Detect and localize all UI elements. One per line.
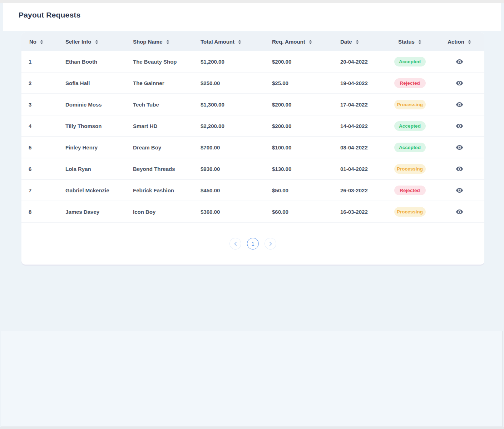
column-header-label: Seller Info xyxy=(65,39,92,45)
cell-req: $50.00 xyxy=(267,180,337,201)
table-header-row: NoSeller InfoShop NameTotal AmountReq. A… xyxy=(21,32,484,51)
column-header-req[interactable]: Req. Amount xyxy=(267,32,337,51)
payout-requests-table: NoSeller InfoShop NameTotal AmountReq. A… xyxy=(21,32,484,223)
eye-icon xyxy=(456,58,463,65)
sort-arrows-icon xyxy=(40,40,43,44)
column-header-action[interactable]: Action xyxy=(435,32,484,51)
view-button[interactable] xyxy=(454,142,465,153)
cell-date: 01-04-2022 xyxy=(337,158,385,180)
cell-total: $700.00 xyxy=(196,137,267,158)
cell-shop: Smart HD xyxy=(129,115,196,137)
column-header-status[interactable]: Status xyxy=(385,32,435,51)
cell-action xyxy=(435,201,484,223)
cell-status: Accepted xyxy=(385,51,435,73)
eye-icon xyxy=(456,208,463,216)
cell-date: 19-04-2022 xyxy=(337,73,385,94)
table-row: 8James DaveyIcon Boy$360.00$60.0016-03-2… xyxy=(21,201,484,223)
eye-icon xyxy=(456,187,463,194)
cell-req: $200.00 xyxy=(267,94,337,115)
cell-action xyxy=(435,51,484,73)
view-button[interactable] xyxy=(454,207,465,217)
cell-req: $25.00 xyxy=(267,73,337,94)
view-button[interactable] xyxy=(454,121,465,131)
cell-status: Accepted xyxy=(385,115,435,137)
column-header-date[interactable]: Date xyxy=(337,32,385,51)
cell-no: 2 xyxy=(21,73,61,94)
column-header-total[interactable]: Total Amount xyxy=(196,32,267,51)
column-header-label: No xyxy=(29,39,36,45)
cell-seller: Lola Ryan xyxy=(61,158,129,180)
view-button[interactable] xyxy=(454,99,465,110)
sort-arrows-icon xyxy=(95,40,98,44)
cell-req: $200.00 xyxy=(267,115,337,137)
pagination-page-button[interactable]: 1 xyxy=(247,238,259,250)
cell-status: Accepted xyxy=(385,137,435,158)
cell-action xyxy=(435,115,484,137)
cell-total: $250.00 xyxy=(196,73,267,94)
table-row: 1Ethan BoothThe Beauty Shop$1,200.00$200… xyxy=(21,51,484,73)
column-header-shop[interactable]: Shop Name xyxy=(129,32,196,51)
cell-action xyxy=(435,158,484,180)
sort-arrows-icon xyxy=(238,40,241,44)
cell-req: $130.00 xyxy=(267,158,337,180)
cell-shop: Febrick Fashion xyxy=(129,180,196,201)
status-badge: Accepted xyxy=(394,57,426,66)
cell-date: 20-04-2022 xyxy=(337,51,385,73)
cell-total: $1,200.00 xyxy=(196,51,267,73)
cell-no: 6 xyxy=(21,158,61,180)
view-button[interactable] xyxy=(454,56,465,67)
eye-icon xyxy=(456,79,463,87)
top-strip xyxy=(0,0,504,3)
cell-date: 08-04-2022 xyxy=(337,137,385,158)
column-header-label: Total Amount xyxy=(201,39,234,45)
view-button[interactable] xyxy=(454,185,465,196)
status-badge: Accepted xyxy=(394,121,426,131)
column-header-label: Req. Amount xyxy=(272,39,305,45)
cell-action xyxy=(435,73,484,94)
status-badge: Accepted xyxy=(394,143,426,152)
cell-no: 8 xyxy=(21,201,61,223)
table-row: 4Tilly ThomsonSmart HD$2,200.00$200.0014… xyxy=(21,115,484,137)
cell-seller: Dominic Moss xyxy=(61,94,129,115)
cell-shop: Icon Boy xyxy=(129,201,196,223)
cell-total: $450.00 xyxy=(196,180,267,201)
chevron-left-icon xyxy=(234,242,237,246)
cell-shop: The Beauty Shop xyxy=(129,51,196,73)
column-header-label: Shop Name xyxy=(133,39,163,45)
cell-shop: Tech Tube xyxy=(129,94,196,115)
bottom-strip xyxy=(0,427,504,429)
column-header-label: Status xyxy=(398,39,415,45)
cell-seller: Ethan Booth xyxy=(61,51,129,73)
cell-date: 16-03-2022 xyxy=(337,201,385,223)
column-header-seller[interactable]: Seller Info xyxy=(61,32,129,51)
cell-no: 7 xyxy=(21,180,61,201)
cell-status: Rejected xyxy=(385,180,435,201)
cell-status: Processing xyxy=(385,201,435,223)
cell-total: $1,300.00 xyxy=(196,94,267,115)
cell-no: 3 xyxy=(21,94,61,115)
cell-seller: Finley Henry xyxy=(61,137,129,158)
pagination-next-button[interactable] xyxy=(265,238,276,250)
cell-date: 14-04-2022 xyxy=(337,115,385,137)
eye-icon xyxy=(456,122,463,130)
table-row: 3Dominic MossTech Tube$1,300.00$200.0017… xyxy=(21,94,484,115)
column-header-label: Date xyxy=(340,39,352,45)
table-row: 5Finley HenryDream Boy$700.00$100.0008-0… xyxy=(21,137,484,158)
cell-no: 4 xyxy=(21,115,61,137)
pagination: 1 xyxy=(21,223,484,265)
status-badge: Processing xyxy=(394,164,426,174)
cell-date: 26-03-2022 xyxy=(337,180,385,201)
status-badge: Processing xyxy=(394,100,426,109)
cell-date: 17-04-2022 xyxy=(337,94,385,115)
cell-action xyxy=(435,94,484,115)
cell-seller: James Davey xyxy=(61,201,129,223)
cell-shop: Beyond Threads xyxy=(129,158,196,180)
pagination-prev-button[interactable] xyxy=(229,238,241,250)
view-button[interactable] xyxy=(454,78,465,88)
view-button[interactable] xyxy=(454,164,465,174)
sort-arrows-icon xyxy=(309,40,312,44)
cell-seller: Tilly Thomson xyxy=(61,115,129,137)
table-row: 6Lola RyanBeyond Threads$930.00$130.0001… xyxy=(21,158,484,180)
column-header-no[interactable]: No xyxy=(21,32,61,51)
bottom-panel xyxy=(1,331,503,427)
